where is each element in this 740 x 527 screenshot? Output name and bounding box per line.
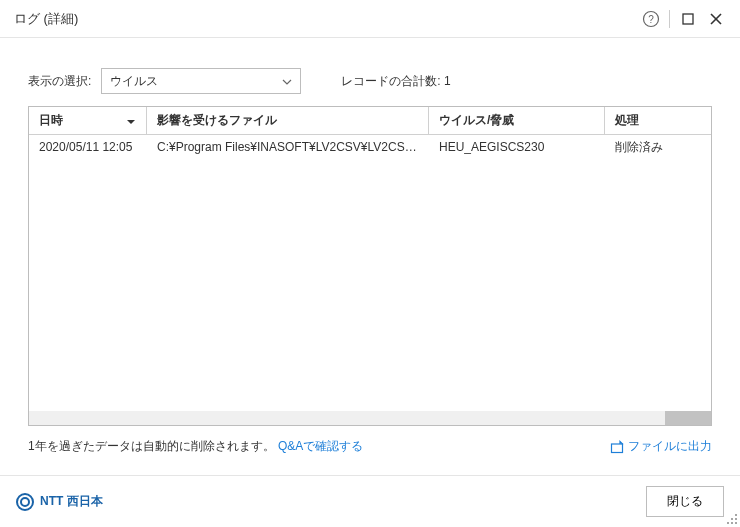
maximize-icon	[682, 13, 694, 25]
col-header-action-label: 処理	[615, 112, 639, 129]
svg-point-10	[731, 522, 733, 524]
svg-rect-2	[683, 14, 693, 24]
table-body: 2020/05/11 12:05 C:¥Program Files¥INASOF…	[29, 135, 711, 411]
divider	[669, 10, 670, 28]
window-title: ログ (詳細)	[14, 10, 78, 28]
chevron-down-icon	[282, 74, 292, 88]
maximize-button[interactable]	[674, 5, 702, 33]
cell-virus: HEU_AEGISCS230	[429, 140, 605, 154]
scrollbar-thumb[interactable]	[665, 411, 711, 425]
record-count: レコードの合計数: 1	[341, 73, 450, 90]
filter-label: 表示の選択:	[28, 73, 91, 90]
svg-rect-5	[612, 444, 623, 453]
table-header: 日時 影響を受けるファイル ウイルス/脅威 処理	[29, 107, 711, 135]
close-button[interactable]: 閉じる	[646, 486, 724, 517]
footer: NTT 西日本 閉じる	[0, 475, 740, 527]
export-button[interactable]: ファイルに出力	[610, 438, 712, 455]
col-header-virus[interactable]: ウイルス/脅威	[429, 107, 605, 135]
close-window-button[interactable]	[702, 5, 730, 33]
brand: NTT 西日本	[16, 493, 103, 511]
cell-date: 2020/05/11 12:05	[29, 140, 147, 154]
svg-point-6	[735, 514, 737, 516]
qa-link[interactable]: Q&Aで確認する	[278, 438, 363, 455]
filter-row: 表示の選択: ウイルス レコードの合計数: 1	[28, 68, 712, 94]
col-header-virus-label: ウイルス/脅威	[439, 112, 514, 129]
col-header-file[interactable]: 影響を受けるファイル	[147, 107, 429, 135]
resize-grip-icon[interactable]	[726, 513, 738, 525]
col-header-file-label: 影響を受けるファイル	[157, 112, 277, 129]
help-icon: ?	[642, 10, 660, 28]
note-row: 1年を過ぎたデータは自動的に削除されます。 Q&Aで確認する ファイルに出力	[28, 438, 712, 455]
svg-point-11	[735, 522, 737, 524]
brand-logo-icon	[16, 493, 34, 511]
col-header-date[interactable]: 日時	[29, 107, 147, 135]
col-header-date-label: 日時	[39, 112, 63, 129]
brand-name: NTT 西日本	[40, 493, 103, 510]
horizontal-scrollbar[interactable]	[29, 411, 711, 425]
content: 表示の選択: ウイルス レコードの合計数: 1 日時 影響を受けるファイル ウイ…	[0, 38, 740, 455]
titlebar: ログ (詳細) ?	[0, 0, 740, 38]
cell-action: 削除済み	[605, 139, 711, 156]
export-label: ファイルに出力	[628, 438, 712, 455]
filter-select[interactable]: ウイルス	[101, 68, 301, 94]
svg-point-7	[731, 518, 733, 520]
svg-point-9	[727, 522, 729, 524]
cell-file: C:¥Program Files¥INASOFT¥LV2CSV¥LV2CSV.E…	[147, 140, 429, 154]
table-row[interactable]: 2020/05/11 12:05 C:¥Program Files¥INASOF…	[29, 135, 711, 159]
log-table: 日時 影響を受けるファイル ウイルス/脅威 処理 2020/05/11 12:0…	[28, 106, 712, 426]
sort-desc-icon	[126, 114, 136, 128]
close-icon	[709, 12, 723, 26]
svg-point-8	[735, 518, 737, 520]
svg-text:?: ?	[648, 13, 654, 24]
export-icon	[610, 440, 624, 454]
col-header-action[interactable]: 処理	[605, 107, 711, 135]
retention-note: 1年を過ぎたデータは自動的に削除されます。	[28, 438, 275, 455]
filter-selected-value: ウイルス	[110, 73, 158, 90]
help-button[interactable]: ?	[637, 5, 665, 33]
